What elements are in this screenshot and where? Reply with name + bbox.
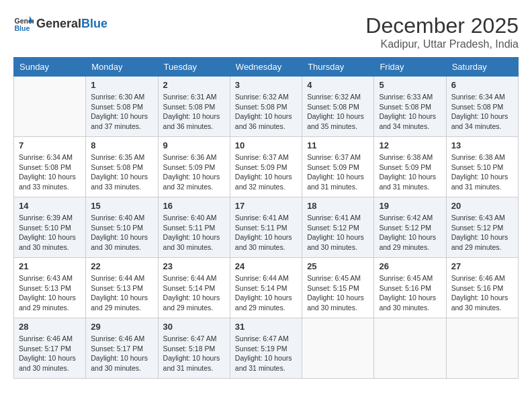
day-number: 16 [163,201,225,211]
day-number: 12 [379,140,441,150]
cell-info: Sunrise: 6:37 AMSunset: 5:09 PMDaylight:… [235,152,297,192]
calendar-cell: 13Sunrise: 6:38 AMSunset: 5:10 PMDayligh… [446,137,518,197]
calendar-cell: 15Sunrise: 6:40 AMSunset: 5:10 PMDayligh… [86,197,158,258]
day-number: 25 [307,261,369,271]
calendar-table: SundayMondayTuesdayWednesdayThursdayFrid… [13,57,519,379]
calendar-week-row: 7Sunrise: 6:34 AMSunset: 5:08 PMDaylight… [14,137,519,197]
day-number: 27 [451,261,513,271]
calendar-cell: 14Sunrise: 6:39 AMSunset: 5:10 PMDayligh… [14,197,86,258]
day-number: 29 [91,322,152,332]
day-number: 4 [307,80,369,90]
calendar-cell: 19Sunrise: 6:42 AMSunset: 5:12 PMDayligh… [374,197,446,258]
cell-info: Sunrise: 6:38 AMSunset: 5:09 PMDaylight:… [379,152,441,192]
calendar-week-row: 21Sunrise: 6:43 AMSunset: 5:13 PMDayligh… [14,258,519,318]
calendar-cell: 6Sunrise: 6:34 AMSunset: 5:08 PMDaylight… [446,77,518,137]
cell-info: Sunrise: 6:41 AMSunset: 5:12 PMDaylight:… [307,213,369,253]
calendar-week-row: 28Sunrise: 6:46 AMSunset: 5:17 PMDayligh… [14,318,519,379]
cell-info: Sunrise: 6:38 AMSunset: 5:10 PMDaylight:… [451,152,513,192]
calendar-cell: 3Sunrise: 6:32 AMSunset: 5:08 PMDaylight… [230,77,302,137]
day-number: 20 [451,201,513,211]
day-number: 5 [379,80,441,90]
calendar-week-row: 14Sunrise: 6:39 AMSunset: 5:10 PMDayligh… [14,197,519,258]
month-title: December 2025 [365,13,519,38]
calendar-cell: 2Sunrise: 6:31 AMSunset: 5:08 PMDaylight… [158,77,230,137]
calendar-cell: 11Sunrise: 6:37 AMSunset: 5:09 PMDayligh… [302,137,374,197]
calendar-cell: 21Sunrise: 6:43 AMSunset: 5:13 PMDayligh… [14,258,86,318]
day-number: 18 [307,201,369,211]
day-number: 22 [91,261,152,271]
calendar-cell: 27Sunrise: 6:46 AMSunset: 5:16 PMDayligh… [446,258,518,318]
cell-info: Sunrise: 6:35 AMSunset: 5:08 PMDaylight:… [91,152,152,192]
cell-info: Sunrise: 6:46 AMSunset: 5:16 PMDaylight:… [451,273,513,313]
cell-info: Sunrise: 6:45 AMSunset: 5:16 PMDaylight:… [379,273,441,313]
calendar-cell: 12Sunrise: 6:38 AMSunset: 5:09 PMDayligh… [374,137,446,197]
calendar-cell: 4Sunrise: 6:32 AMSunset: 5:08 PMDaylight… [302,77,374,137]
logo-icon: General Blue [13,13,34,34]
day-number: 11 [307,140,369,150]
day-number: 21 [19,261,81,271]
cell-info: Sunrise: 6:34 AMSunset: 5:08 PMDaylight:… [19,152,81,192]
calendar-cell: 29Sunrise: 6:46 AMSunset: 5:17 PMDayligh… [86,318,158,379]
day-number: 8 [91,140,152,150]
cell-info: Sunrise: 6:41 AMSunset: 5:11 PMDaylight:… [235,213,297,253]
day-number: 3 [235,80,297,90]
day-number: 31 [235,322,297,332]
weekday-header-sunday: Sunday [14,58,86,77]
day-number: 6 [451,80,513,90]
cell-info: Sunrise: 6:45 AMSunset: 5:15 PMDaylight:… [307,273,369,313]
cell-info: Sunrise: 6:40 AMSunset: 5:10 PMDaylight:… [91,213,152,253]
cell-info: Sunrise: 6:37 AMSunset: 5:09 PMDaylight:… [307,152,369,192]
cell-info: Sunrise: 6:43 AMSunset: 5:13 PMDaylight:… [19,273,81,313]
calendar-cell [302,318,374,379]
day-number: 26 [379,261,441,271]
cell-info: Sunrise: 6:39 AMSunset: 5:10 PMDaylight:… [19,213,81,253]
cell-info: Sunrise: 6:47 AMSunset: 5:18 PMDaylight:… [163,334,225,373]
cell-info: Sunrise: 6:34 AMSunset: 5:08 PMDaylight:… [451,92,513,132]
cell-info: Sunrise: 6:32 AMSunset: 5:08 PMDaylight:… [235,92,297,132]
cell-info: Sunrise: 6:42 AMSunset: 5:12 PMDaylight:… [379,213,441,253]
weekday-header-friday: Friday [374,58,446,77]
calendar-cell: 24Sunrise: 6:44 AMSunset: 5:14 PMDayligh… [230,258,302,318]
calendar-cell: 7Sunrise: 6:34 AMSunset: 5:08 PMDaylight… [14,137,86,197]
day-number: 1 [91,80,152,90]
weekday-header-thursday: Thursday [302,58,374,77]
cell-info: Sunrise: 6:44 AMSunset: 5:14 PMDaylight:… [235,273,297,313]
weekday-header-monday: Monday [86,58,158,77]
day-number: 24 [235,261,297,271]
calendar-cell: 9Sunrise: 6:36 AMSunset: 5:09 PMDaylight… [158,137,230,197]
cell-info: Sunrise: 6:43 AMSunset: 5:12 PMDaylight:… [451,213,513,253]
day-number: 9 [163,140,225,150]
calendar-cell: 30Sunrise: 6:47 AMSunset: 5:18 PMDayligh… [158,318,230,379]
cell-info: Sunrise: 6:47 AMSunset: 5:19 PMDaylight:… [235,334,297,373]
calendar-cell: 16Sunrise: 6:40 AMSunset: 5:11 PMDayligh… [158,197,230,258]
cell-info: Sunrise: 6:46 AMSunset: 5:17 PMDaylight:… [91,334,152,373]
calendar-cell: 22Sunrise: 6:44 AMSunset: 5:13 PMDayligh… [86,258,158,318]
day-number: 23 [163,261,225,271]
cell-info: Sunrise: 6:44 AMSunset: 5:13 PMDaylight:… [91,273,152,313]
day-number: 30 [163,322,225,332]
weekday-header-saturday: Saturday [446,58,518,77]
weekday-header-wednesday: Wednesday [230,58,302,77]
logo: General Blue GeneralBlue [13,13,107,34]
calendar-cell: 20Sunrise: 6:43 AMSunset: 5:12 PMDayligh… [446,197,518,258]
calendar-cell: 1Sunrise: 6:30 AMSunset: 5:08 PMDaylight… [86,77,158,137]
day-number: 10 [235,140,297,150]
calendar-week-row: 1Sunrise: 6:30 AMSunset: 5:08 PMDaylight… [14,77,519,137]
day-number: 28 [19,322,81,332]
cell-info: Sunrise: 6:33 AMSunset: 5:08 PMDaylight:… [379,92,441,132]
cell-info: Sunrise: 6:32 AMSunset: 5:08 PMDaylight:… [307,92,369,132]
logo-blue-text: Blue [81,17,107,30]
location-title: Kadipur, Uttar Pradesh, India [365,38,519,50]
day-number: 19 [379,201,441,211]
calendar-cell: 23Sunrise: 6:44 AMSunset: 5:14 PMDayligh… [158,258,230,318]
title-area: December 2025 Kadipur, Uttar Pradesh, In… [365,13,519,50]
cell-info: Sunrise: 6:30 AMSunset: 5:08 PMDaylight:… [91,92,152,132]
header: General Blue GeneralBlue December 2025 K… [13,13,519,50]
calendar-cell: 8Sunrise: 6:35 AMSunset: 5:08 PMDaylight… [86,137,158,197]
cell-info: Sunrise: 6:44 AMSunset: 5:14 PMDaylight:… [163,273,225,313]
day-number: 7 [19,140,81,150]
day-number: 13 [451,140,513,150]
calendar-cell: 31Sunrise: 6:47 AMSunset: 5:19 PMDayligh… [230,318,302,379]
cell-info: Sunrise: 6:36 AMSunset: 5:09 PMDaylight:… [163,152,225,192]
calendar-cell: 18Sunrise: 6:41 AMSunset: 5:12 PMDayligh… [302,197,374,258]
